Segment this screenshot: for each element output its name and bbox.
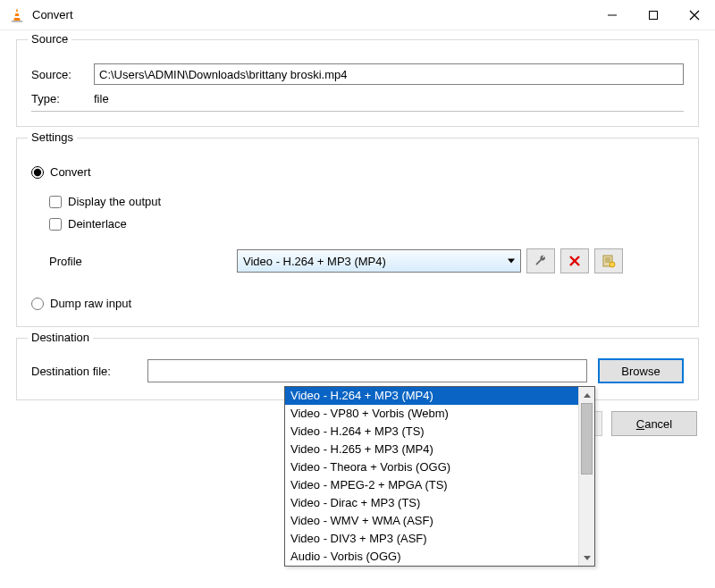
cancel-button[interactable]: Cancel [611,411,697,436]
profile-option[interactable]: Video - H.265 + MP3 (MP4) [285,441,578,458]
profile-option[interactable]: Video - Dirac + MP3 (TS) [285,494,578,512]
profile-option[interactable]: Video - VP80 + Vorbis (Webm) [285,405,578,423]
profile-option[interactable]: Video - MPEG-2 + MPGA (TS) [285,476,578,494]
display-output-label: Display the output [68,195,161,208]
profile-label: Profile [31,255,237,268]
profile-option[interactable]: Video - DIV3 + MP3 (ASF) [285,530,578,548]
source-legend: Source [28,32,72,46]
convert-radio-label: Convert [50,165,91,179]
cancel-mnemonic: C [636,417,644,431]
type-label: Type: [31,92,94,105]
dump-raw-row[interactable]: Dump raw input [31,297,684,310]
scroll-track[interactable] [579,403,594,550]
scroll-thumb[interactable] [581,403,593,475]
convert-radio[interactable] [31,166,44,179]
source-path-input[interactable] [94,63,684,85]
maximize-button[interactable] [633,0,674,29]
scroll-up-icon[interactable] [579,387,594,403]
settings-group: Settings Convert Display the output Dein… [16,138,699,327]
source-divider [31,111,684,112]
source-group: Source Source: Type: file [16,39,699,127]
profile-option[interactable]: Video - H.264 + MP3 (TS) [285,423,578,441]
deinterlace-row[interactable]: Deinterlace [49,217,684,231]
dump-raw-radio[interactable] [31,298,44,310]
browse-button[interactable]: Browse [598,358,684,383]
deinterlace-label: Deinterlace [68,217,127,231]
profile-option[interactable]: Video - Theora + Vorbis (OGG) [285,458,578,476]
display-output-row[interactable]: Display the output [49,195,684,208]
svg-rect-5 [650,11,658,19]
svg-rect-3 [12,21,22,22]
delete-profile-button[interactable] [560,248,589,273]
deinterlace-checkbox[interactable] [49,218,62,231]
destination-file-input[interactable] [147,359,587,382]
profile-dropdown-list: Video - H.264 + MP3 (MP4)Video - VP80 + … [285,387,578,566]
window-controls [592,0,715,29]
new-profile-button[interactable] [594,248,623,273]
profile-option[interactable]: Audio - Vorbis (OGG) [285,548,578,566]
profile-select-value: Video - H.264 + MP3 (MP4) [243,255,386,268]
display-output-checkbox[interactable] [49,196,62,208]
titlebar: Convert [0,0,715,30]
destination-legend: Destination [28,331,93,344]
close-button[interactable] [674,0,715,29]
vlc-cone-icon [9,7,25,23]
type-value: file [94,92,109,105]
settings-legend: Settings [28,130,77,144]
edit-profile-button[interactable] [526,248,555,273]
wrench-icon [534,254,548,268]
chevron-down-icon [508,259,515,264]
browse-button-label: Browse [621,365,660,378]
dump-raw-label: Dump raw input [50,297,131,310]
profile-dropdown[interactable]: Video - H.264 + MP3 (MP4)Video - VP80 + … [284,386,595,567]
delete-x-icon [568,255,581,267]
convert-radio-row[interactable]: Convert [31,165,684,179]
svg-rect-2 [14,16,21,18]
profile-select[interactable]: Video - H.264 + MP3 (MP4) [237,249,521,273]
scroll-down-icon[interactable] [579,550,594,566]
minimize-button[interactable] [592,0,633,29]
new-profile-icon [601,254,616,268]
profile-option[interactable]: Video - H.264 + MP3 (MP4) [285,387,578,405]
dropdown-scrollbar[interactable] [578,387,594,566]
window-title: Convert [32,8,73,21]
svg-marker-0 [13,8,21,21]
destination-file-label: Destination file: [31,365,147,378]
svg-point-14 [610,262,615,267]
source-label: Source: [31,68,94,81]
profile-option[interactable]: Video - WMV + WMA (ASF) [285,512,578,530]
svg-rect-1 [14,12,19,13]
cancel-rest: ancel [644,417,672,431]
